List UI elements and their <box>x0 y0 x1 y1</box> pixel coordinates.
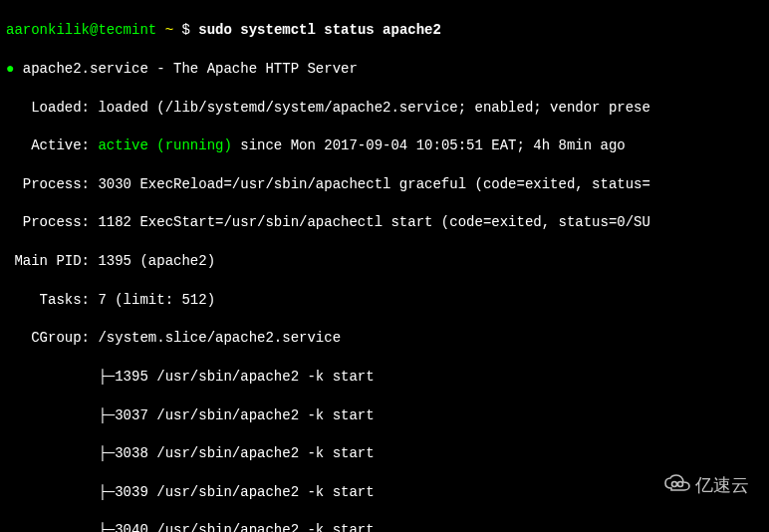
tree-line: ├─3039 /usr/sbin/apache2 -k start <box>6 483 763 502</box>
svg-point-1 <box>678 481 683 486</box>
terminal-window[interactable]: aaronkilik@tecmint ~ $ sudo systemctl st… <box>0 0 769 532</box>
svg-point-0 <box>672 481 677 486</box>
cloud-icon <box>663 474 691 497</box>
watermark: 亿速云 <box>663 473 749 497</box>
tasks-line: Tasks: 7 (limit: 512) <box>6 291 763 310</box>
cgroup-path: /system.slice/apache2.service <box>98 330 341 346</box>
main-pid-line: Main PID: 1395 (apache2) <box>6 252 763 271</box>
process-line-2: Process: 1182 ExecStart=/usr/sbin/apache… <box>6 213 763 232</box>
watermark-text: 亿速云 <box>695 473 749 497</box>
status-bullet-icon: ● <box>6 61 14 77</box>
tree-line: ├─3040 /usr/sbin/apache2 -k start <box>6 521 763 532</box>
tree-line: ├─3037 /usr/sbin/apache2 -k start <box>6 406 763 425</box>
command-text: sudo systemctl status apache2 <box>198 22 441 38</box>
prompt-user: aaronkilik@tecmint <box>6 22 156 38</box>
active-line: Active: active (running) since Mon 2017-… <box>6 136 763 155</box>
service-name: apache2.service <box>23 61 148 77</box>
process-line-1: Process: 3030 ExecReload=/usr/sbin/apach… <box>6 175 763 194</box>
active-since: since Mon 2017-09-04 10:05:51 EAT; 4h 8m… <box>232 137 626 153</box>
tree-line: ├─1395 /usr/sbin/apache2 -k start <box>6 368 763 387</box>
loaded-line: Loaded: loaded (/lib/systemd/system/apac… <box>6 99 763 118</box>
service-header: ● apache2.service - The Apache HTTP Serv… <box>6 60 763 79</box>
cgroup-line: CGroup: /system.slice/apache2.service <box>6 329 763 348</box>
prompt-symbol: $ <box>181 22 189 38</box>
active-state: active (running) <box>98 137 231 153</box>
loaded-value: loaded (/lib/systemd/system/apache2.serv… <box>98 100 650 116</box>
tree-line: ├─3038 /usr/sbin/apache2 -k start <box>6 444 763 463</box>
service-desc: - The Apache HTTP Server <box>148 61 358 77</box>
prompt-line: aaronkilik@tecmint ~ $ sudo systemctl st… <box>6 21 763 40</box>
prompt-path: ~ <box>165 22 173 38</box>
